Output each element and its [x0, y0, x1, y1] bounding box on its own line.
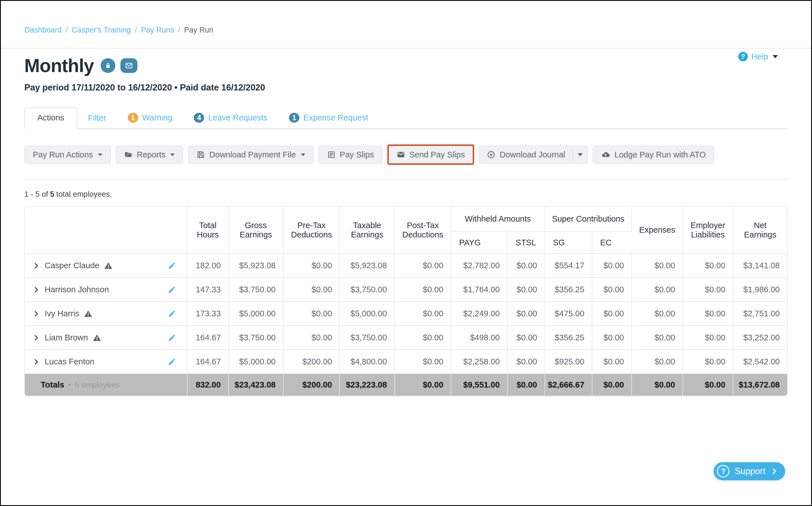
col-header-gross-earnings: Gross Earnings: [229, 206, 283, 254]
button-label: Download Journal: [500, 150, 565, 159]
count-suffix: total employees.: [56, 190, 112, 198]
chevron-down-icon: [301, 154, 305, 156]
value-cell: $0.00: [632, 277, 683, 302]
edit-pencil-icon[interactable]: [168, 310, 176, 318]
col-header-expenses: Expenses: [632, 206, 683, 254]
value-cell: $0.00: [592, 302, 632, 326]
save-icon: [196, 150, 205, 159]
tab-label: Leave Requests: [208, 113, 267, 122]
value-cell: $0.00: [592, 350, 632, 374]
download-payment-file-button[interactable]: Download Payment File: [188, 146, 314, 164]
download-journal-dropdown-toggle[interactable]: [573, 146, 587, 163]
expand-row-chevron-icon[interactable]: [33, 358, 39, 366]
employee-name-cell: Ivy Harris: [25, 302, 187, 326]
value-cell: $0.00: [592, 277, 632, 302]
employee-row: Liam Brown 164.67 $3,750.00 $0.00 $3,750…: [25, 326, 787, 350]
value-cell: $0.00: [632, 302, 683, 326]
value-cell: $0.00: [395, 254, 451, 277]
value-cell: $0.00: [283, 326, 340, 350]
breadcrumb-link[interactable]: Casper's Training: [72, 26, 131, 34]
warning-count-badge: 1: [128, 113, 138, 123]
totals-value-cell: $23,223.08: [339, 374, 394, 396]
totals-label: Totals: [41, 380, 64, 390]
tab-leave-requests[interactable]: 4 Leave Requests: [183, 108, 278, 128]
expand-row-chevron-icon[interactable]: [33, 334, 39, 342]
edit-pencil-icon[interactable]: [168, 334, 176, 342]
value-cell: $5,000.00: [229, 302, 283, 326]
value-cell: $0.00: [507, 277, 545, 302]
expand-row-chevron-icon[interactable]: [33, 310, 39, 318]
totals-value-cell: $0.00: [632, 374, 683, 396]
expand-row-chevron-icon[interactable]: [33, 261, 39, 270]
button-label: Send Pay Slips: [409, 150, 465, 159]
edit-pencil-icon[interactable]: [168, 285, 176, 294]
breadcrumb-separator: /: [66, 26, 68, 34]
value-cell: $0.00: [632, 326, 683, 350]
button-label: Lodge Pay Run with ATO: [615, 150, 706, 159]
tab-actions[interactable]: Actions: [24, 107, 77, 129]
tab-expense-request[interactable]: 1 Expense Request: [278, 108, 379, 128]
button-label: Pay Run Actions: [33, 150, 93, 159]
employee-row: Harrison Johnson 147.33 $3,750.00 $0.00 …: [25, 277, 787, 302]
value-cell: $0.00: [683, 326, 733, 350]
count-prefix: 1 - 5 of: [24, 190, 48, 198]
value-cell: $5,923.08: [229, 254, 283, 277]
employee-name: Harrison Johnson: [45, 285, 109, 294]
totals-value-cell: $2,666.67: [545, 374, 592, 396]
lodge-pay-run-ato-button[interactable]: Lodge Pay Run with ATO: [593, 146, 714, 164]
value-cell: $1,764.00: [451, 277, 507, 302]
col-header-payg: PAYG: [451, 232, 507, 254]
reports-button[interactable]: Reports: [115, 146, 183, 164]
value-cell: $0.00: [683, 254, 733, 277]
value-cell: $554.17: [545, 254, 592, 277]
value-cell: $1,986.00: [733, 277, 787, 302]
pay-slips-button[interactable]: Pay Slips: [319, 146, 383, 164]
breadcrumb-link[interactable]: Pay Runs: [141, 26, 174, 34]
totals-value-cell: $0.00: [683, 374, 733, 396]
totals-value-cell: $23,423.08: [229, 374, 283, 396]
warning-icon: [92, 334, 101, 342]
employee-row: Casper Claude 182.00 $5,923.08 $0.00 $5,…: [25, 254, 787, 277]
breadcrumb-link[interactable]: Dashboard: [24, 26, 62, 34]
chevron-down-icon: [170, 154, 175, 156]
col-header-sg: SG: [545, 232, 592, 254]
col-header-post-tax-deductions: Post-Tax Deductions: [395, 206, 451, 254]
employee-name: Liam Brown: [45, 333, 88, 342]
expand-row-chevron-icon[interactable]: [33, 285, 39, 294]
value-cell: $0.00: [395, 350, 451, 374]
value-cell: $475.00: [545, 302, 592, 326]
toolbar: Pay Run Actions Reports Download Payment…: [24, 145, 788, 180]
lock-icon: [101, 58, 115, 73]
value-cell: 182.00: [187, 254, 229, 277]
edit-pencil-icon[interactable]: [168, 261, 176, 270]
totals-value-cell: $0.00: [507, 374, 545, 396]
totals-label-cell: Totals • 5 employees: [25, 374, 187, 396]
button-label: Reports: [137, 150, 166, 159]
download-journal-button[interactable]: Download Journal: [480, 146, 573, 163]
edit-pencil-icon[interactable]: [168, 358, 176, 366]
help-menu[interactable]: ? Help: [738, 52, 778, 61]
employee-row: Ivy Harris 173.33 $5,000.00 $0.00 $5,000…: [25, 302, 787, 326]
employee-name-cell: Lucas Fenton: [25, 350, 187, 374]
employee-name-cell: Harrison Johnson: [25, 277, 187, 302]
warning-icon: [104, 261, 113, 270]
employee-name: Ivy Harris: [45, 309, 79, 318]
employee-rows: Casper Claude 182.00 $5,923.08 $0.00 $5,…: [25, 254, 787, 374]
value-cell: $5,923.08: [339, 254, 394, 277]
expense-request-count-badge: 1: [289, 113, 300, 123]
value-cell: $2,751.00: [733, 302, 787, 326]
chevron-right-icon: [770, 468, 778, 475]
payslips-icon: [327, 150, 336, 159]
value-cell: 164.67: [187, 350, 229, 374]
breadcrumb: Dashboard/Casper's Training/Pay Runs/Pay…: [24, 1, 788, 34]
tab-filter[interactable]: Filter: [77, 108, 117, 128]
count-total: 5: [50, 190, 54, 198]
tab-warning[interactable]: 1 Warning: [117, 108, 183, 128]
pay-run-actions-button[interactable]: Pay Run Actions: [24, 146, 111, 164]
value-cell: $0.00: [683, 277, 733, 302]
send-pay-slips-button[interactable]: Send Pay Slips: [387, 145, 474, 165]
support-button[interactable]: ? Support: [714, 462, 785, 480]
question-circle-icon: ?: [738, 52, 748, 61]
tab-label: Warning: [142, 113, 172, 122]
value-cell: $5,000.00: [229, 350, 283, 374]
